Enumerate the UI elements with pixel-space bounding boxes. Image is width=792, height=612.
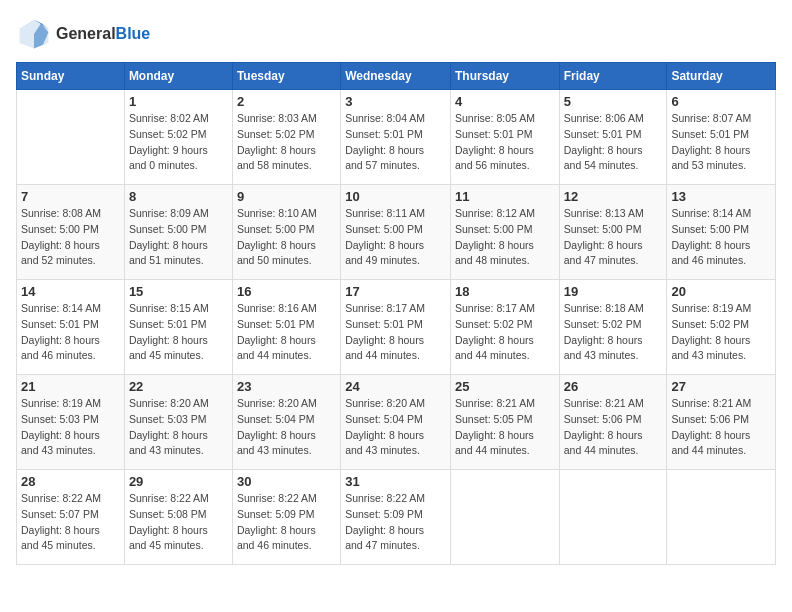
day-info: Sunrise: 8:10 AMSunset: 5:00 PMDaylight:… — [237, 206, 336, 269]
day-number: 8 — [129, 189, 228, 204]
sunset-text: Sunset: 5:02 PM — [671, 318, 749, 330]
daylight-hours: Daylight: 8 hours — [21, 239, 100, 251]
header-cell-tuesday: Tuesday — [232, 63, 340, 90]
day-cell — [559, 470, 667, 565]
daylight-minutes: and 0 minutes. — [129, 159, 198, 171]
sunset-text: Sunset: 5:00 PM — [455, 223, 533, 235]
day-number: 7 — [21, 189, 120, 204]
day-cell: 15Sunrise: 8:15 AMSunset: 5:01 PMDayligh… — [124, 280, 232, 375]
sunrise-text: Sunrise: 8:20 AM — [129, 397, 209, 409]
sunrise-text: Sunrise: 8:14 AM — [21, 302, 101, 314]
day-info: Sunrise: 8:14 AMSunset: 5:00 PMDaylight:… — [671, 206, 771, 269]
day-info: Sunrise: 8:04 AMSunset: 5:01 PMDaylight:… — [345, 111, 446, 174]
sunrise-text: Sunrise: 8:17 AM — [455, 302, 535, 314]
sunrise-text: Sunrise: 8:15 AM — [129, 302, 209, 314]
day-number: 10 — [345, 189, 446, 204]
day-cell: 29Sunrise: 8:22 AMSunset: 5:08 PMDayligh… — [124, 470, 232, 565]
day-number: 22 — [129, 379, 228, 394]
sunrise-text: Sunrise: 8:18 AM — [564, 302, 644, 314]
daylight-hours: Daylight: 8 hours — [455, 144, 534, 156]
sunset-text: Sunset: 5:00 PM — [21, 223, 99, 235]
day-number: 14 — [21, 284, 120, 299]
sunrise-text: Sunrise: 8:22 AM — [345, 492, 425, 504]
daylight-minutes: and 47 minutes. — [345, 539, 420, 551]
daylight-hours: Daylight: 8 hours — [129, 334, 208, 346]
daylight-hours: Daylight: 8 hours — [455, 429, 534, 441]
day-info: Sunrise: 8:20 AMSunset: 5:04 PMDaylight:… — [345, 396, 446, 459]
daylight-minutes: and 43 minutes. — [21, 444, 96, 456]
logo-icon — [16, 16, 52, 52]
daylight-hours: Daylight: 8 hours — [455, 239, 534, 251]
daylight-minutes: and 48 minutes. — [455, 254, 530, 266]
daylight-minutes: and 51 minutes. — [129, 254, 204, 266]
day-cell: 21Sunrise: 8:19 AMSunset: 5:03 PMDayligh… — [17, 375, 125, 470]
sunrise-text: Sunrise: 8:04 AM — [345, 112, 425, 124]
day-number: 3 — [345, 94, 446, 109]
day-info: Sunrise: 8:14 AMSunset: 5:01 PMDaylight:… — [21, 301, 120, 364]
day-info: Sunrise: 8:21 AMSunset: 5:06 PMDaylight:… — [564, 396, 663, 459]
header-row: SundayMondayTuesdayWednesdayThursdayFrid… — [17, 63, 776, 90]
daylight-minutes: and 44 minutes. — [455, 349, 530, 361]
sunset-text: Sunset: 5:01 PM — [21, 318, 99, 330]
daylight-minutes: and 45 minutes. — [129, 349, 204, 361]
day-info: Sunrise: 8:03 AMSunset: 5:02 PMDaylight:… — [237, 111, 336, 174]
daylight-minutes: and 56 minutes. — [455, 159, 530, 171]
logo-text: GeneralBlue — [56, 25, 150, 43]
day-number: 4 — [455, 94, 555, 109]
sunset-text: Sunset: 5:06 PM — [671, 413, 749, 425]
header-cell-friday: Friday — [559, 63, 667, 90]
daylight-minutes: and 47 minutes. — [564, 254, 639, 266]
day-cell: 20Sunrise: 8:19 AMSunset: 5:02 PMDayligh… — [667, 280, 776, 375]
sunset-text: Sunset: 5:06 PM — [564, 413, 642, 425]
day-number: 23 — [237, 379, 336, 394]
day-number: 17 — [345, 284, 446, 299]
day-number: 31 — [345, 474, 446, 489]
day-info: Sunrise: 8:19 AMSunset: 5:02 PMDaylight:… — [671, 301, 771, 364]
daylight-minutes: and 43 minutes. — [129, 444, 204, 456]
sunset-text: Sunset: 5:00 PM — [129, 223, 207, 235]
day-cell: 26Sunrise: 8:21 AMSunset: 5:06 PMDayligh… — [559, 375, 667, 470]
daylight-hours: Daylight: 8 hours — [345, 239, 424, 251]
daylight-minutes: and 54 minutes. — [564, 159, 639, 171]
sunset-text: Sunset: 5:00 PM — [564, 223, 642, 235]
sunset-text: Sunset: 5:01 PM — [345, 128, 423, 140]
sunrise-text: Sunrise: 8:08 AM — [21, 207, 101, 219]
sunrise-text: Sunrise: 8:11 AM — [345, 207, 425, 219]
week-row-1: 1Sunrise: 8:02 AMSunset: 5:02 PMDaylight… — [17, 90, 776, 185]
sunrise-text: Sunrise: 8:19 AM — [21, 397, 101, 409]
day-info: Sunrise: 8:18 AMSunset: 5:02 PMDaylight:… — [564, 301, 663, 364]
day-number: 18 — [455, 284, 555, 299]
day-number: 2 — [237, 94, 336, 109]
sunset-text: Sunset: 5:03 PM — [129, 413, 207, 425]
daylight-hours: Daylight: 8 hours — [237, 524, 316, 536]
day-info: Sunrise: 8:16 AMSunset: 5:01 PMDaylight:… — [237, 301, 336, 364]
day-info: Sunrise: 8:19 AMSunset: 5:03 PMDaylight:… — [21, 396, 120, 459]
day-info: Sunrise: 8:22 AMSunset: 5:07 PMDaylight:… — [21, 491, 120, 554]
daylight-hours: Daylight: 8 hours — [21, 334, 100, 346]
daylight-hours: Daylight: 8 hours — [564, 239, 643, 251]
day-info: Sunrise: 8:13 AMSunset: 5:00 PMDaylight:… — [564, 206, 663, 269]
day-number: 24 — [345, 379, 446, 394]
week-row-4: 21Sunrise: 8:19 AMSunset: 5:03 PMDayligh… — [17, 375, 776, 470]
sunrise-text: Sunrise: 8:14 AM — [671, 207, 751, 219]
day-info: Sunrise: 8:20 AMSunset: 5:03 PMDaylight:… — [129, 396, 228, 459]
day-number: 1 — [129, 94, 228, 109]
sunrise-text: Sunrise: 8:21 AM — [671, 397, 751, 409]
sunrise-text: Sunrise: 8:16 AM — [237, 302, 317, 314]
daylight-hours: Daylight: 8 hours — [671, 144, 750, 156]
sunset-text: Sunset: 5:02 PM — [455, 318, 533, 330]
header-cell-monday: Monday — [124, 63, 232, 90]
day-info: Sunrise: 8:22 AMSunset: 5:09 PMDaylight:… — [237, 491, 336, 554]
sunset-text: Sunset: 5:03 PM — [21, 413, 99, 425]
day-number: 6 — [671, 94, 771, 109]
day-info: Sunrise: 8:21 AMSunset: 5:05 PMDaylight:… — [455, 396, 555, 459]
daylight-minutes: and 43 minutes. — [345, 444, 420, 456]
day-info: Sunrise: 8:05 AMSunset: 5:01 PMDaylight:… — [455, 111, 555, 174]
day-cell: 9Sunrise: 8:10 AMSunset: 5:00 PMDaylight… — [232, 185, 340, 280]
daylight-hours: Daylight: 8 hours — [345, 334, 424, 346]
sunrise-text: Sunrise: 8:21 AM — [564, 397, 644, 409]
daylight-minutes: and 44 minutes. — [237, 349, 312, 361]
daylight-hours: Daylight: 8 hours — [129, 239, 208, 251]
day-cell: 30Sunrise: 8:22 AMSunset: 5:09 PMDayligh… — [232, 470, 340, 565]
day-cell: 5Sunrise: 8:06 AMSunset: 5:01 PMDaylight… — [559, 90, 667, 185]
